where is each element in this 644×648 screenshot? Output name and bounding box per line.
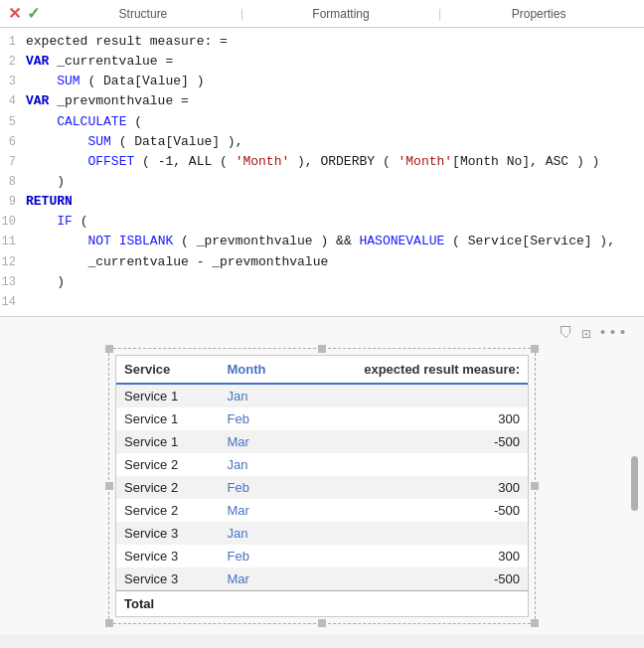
code-line-11: 11 NOT ISBLANK ( _prevmonthvalue ) && HA… <box>0 232 644 251</box>
col-header-service: Service <box>116 356 220 384</box>
table-row: Service 2Jan <box>116 453 528 476</box>
col-header-measure: expected result measure: <box>299 356 528 384</box>
cell-service: Service 1 <box>116 430 220 453</box>
cell-value: -500 <box>299 499 528 522</box>
table-row: Service 1Feb300 <box>116 407 528 430</box>
top-bar: ✕ ✓ Structure | Formatting | Properties <box>0 0 644 28</box>
cancel-button[interactable]: ✕ <box>8 4 21 23</box>
table-row: Service 2Mar-500 <box>116 499 528 522</box>
cell-month: Feb <box>220 545 300 567</box>
table-total-row: Total <box>116 590 528 616</box>
table-toolbar: ⛉ ⊡ ••• <box>10 325 634 344</box>
total-month <box>220 590 300 616</box>
resize-handle-ml[interactable] <box>105 482 113 490</box>
table-header-row: Service Month expected result measure: <box>116 356 528 384</box>
cell-month: Mar <box>220 567 300 591</box>
code-editor[interactable]: 1 expected result measure: = 2 VAR _curr… <box>0 28 644 317</box>
code-line-12: 12 _currentvalue - _prevmonthvalue <box>0 252 644 272</box>
scrollbar-right[interactable] <box>631 456 638 511</box>
cell-month: Jan <box>220 384 300 407</box>
code-line-6: 6 SUM ( Data[Value] ), <box>0 132 644 152</box>
tab-formatting[interactable]: Formatting <box>243 7 438 21</box>
resize-handle-mr[interactable] <box>531 482 539 490</box>
code-line-4: 4 VAR _prevmonthvalue = <box>0 91 644 111</box>
cell-month: Feb <box>220 476 300 499</box>
table-row: Service 1Jan <box>116 384 528 407</box>
tab-properties[interactable]: Properties <box>441 7 636 21</box>
cell-month: Jan <box>220 453 300 476</box>
resize-handle-bl[interactable] <box>105 619 113 627</box>
code-line-9: 9 RETURN <box>0 192 644 212</box>
cell-value <box>299 453 528 476</box>
cell-service: Service 3 <box>116 522 220 545</box>
cell-value: -500 <box>299 567 528 591</box>
cell-service: Service 2 <box>116 499 220 522</box>
code-line-7: 7 OFFSET ( -1, ALL ( 'Month' ), ORDERBY … <box>0 152 644 172</box>
table-row: Service 2Feb300 <box>116 476 528 499</box>
code-line-2: 2 VAR _currentvalue = <box>0 52 644 72</box>
cell-service: Service 2 <box>116 453 220 476</box>
tab-structure[interactable]: Structure <box>46 7 241 21</box>
table-row: Service 1Mar-500 <box>116 430 528 453</box>
table-row: Service 3Mar-500 <box>116 567 528 591</box>
resize-handle-tr[interactable] <box>531 345 539 353</box>
code-line-8: 8 ) <box>0 172 644 192</box>
code-line-5: 5 CALCULATE ( <box>0 112 644 132</box>
table-row: Service 3Jan <box>116 522 528 545</box>
cell-value: 300 <box>299 407 528 430</box>
cell-value: 300 <box>299 545 528 567</box>
table-section: ⛉ ⊡ ••• Service Month expected result me… <box>0 317 644 634</box>
cell-value: -500 <box>299 430 528 453</box>
total-label: Total <box>116 590 220 616</box>
code-line-3: 3 SUM ( Data[Value] ) <box>0 72 644 91</box>
table-row: Service 3Feb300 <box>116 545 528 567</box>
resize-handle-bm[interactable] <box>318 619 326 627</box>
code-line-1: 1 expected result measure: = <box>0 32 644 52</box>
cell-service: Service 1 <box>116 384 220 407</box>
data-table: Service Month expected result measure: S… <box>116 356 528 616</box>
data-table-wrapper: Service Month expected result measure: S… <box>115 355 529 617</box>
cell-month: Feb <box>220 407 300 430</box>
more-options-icon[interactable]: ••• <box>598 325 628 344</box>
total-value <box>299 590 528 616</box>
cell-month: Mar <box>220 430 300 453</box>
cell-value <box>299 522 528 545</box>
confirm-button[interactable]: ✓ <box>27 4 40 23</box>
expand-icon[interactable]: ⊡ <box>581 325 590 344</box>
resize-handle-br[interactable] <box>531 619 539 627</box>
code-line-10: 10 IF ( <box>0 212 644 232</box>
cell-value <box>299 384 528 407</box>
col-header-month: Month <box>220 356 300 384</box>
cell-month: Jan <box>220 522 300 545</box>
cell-service: Service 3 <box>116 545 220 567</box>
cell-value: 300 <box>299 476 528 499</box>
tab-bar: Structure | Formatting | Properties <box>46 7 636 21</box>
resize-handle-tm[interactable] <box>318 345 326 353</box>
cell-service: Service 2 <box>116 476 220 499</box>
cell-service: Service 3 <box>116 567 220 591</box>
cell-service: Service 1 <box>116 407 220 430</box>
code-line-13: 13 ) <box>0 272 644 292</box>
table-container: Service Month expected result measure: S… <box>108 348 536 624</box>
resize-handle-tl[interactable] <box>105 345 113 353</box>
filter-icon[interactable]: ⛉ <box>559 325 573 344</box>
cell-month: Mar <box>220 499 300 522</box>
code-line-14: 14 <box>0 292 644 312</box>
